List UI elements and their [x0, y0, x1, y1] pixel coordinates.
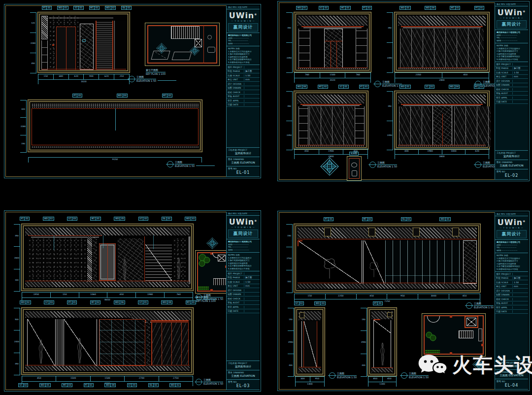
key-plan-label: 索引平面图KEY PLAN 1:100	[196, 296, 216, 302]
elevation-e: PT01MT02GL03WD01	[294, 224, 481, 293]
logo-cn: 赢同设计	[497, 20, 527, 29]
baseline	[25, 365, 190, 365]
dimension-total: 1400	[295, 382, 325, 387]
dimension-segment: 2400	[14, 330, 20, 352]
elevation-e2: WD01WD04MT01PT01 3502450 23504502800	[394, 12, 490, 72]
diamond-marker-icon	[204, 237, 220, 249]
dimension-segment: 450	[22, 376, 56, 381]
dimension-segment: 950	[310, 376, 325, 382]
vertical-dimension: 5002400450	[14, 308, 20, 375]
notes: NOTES 说明:1.本图所注尺寸均以毫米计2.施工前须现场核对尺寸3.材料做法…	[227, 253, 260, 271]
material-tags-row: PT01WD03MT02	[72, 94, 172, 99]
dimension-segment: 1000	[442, 149, 466, 154]
material-tag: ST01	[338, 85, 348, 89]
titleblock-row: 设计 DESIGN	[495, 79, 528, 83]
sheet-number: 图号 NO.EL-04	[495, 379, 528, 390]
elevation-marker: 立面图ELEVATION 1:50	[329, 372, 357, 379]
titleblock-row: 审核 AUDIT	[495, 301, 528, 306]
dimension-segment: 300	[14, 269, 20, 292]
dimension-segment: 760	[345, 72, 371, 78]
material-tag: MT02	[162, 94, 172, 98]
dimension-strip: 8504501300	[368, 376, 397, 387]
material-tag: WD01	[57, 6, 68, 10]
material-tag: WD04	[161, 300, 172, 304]
elevation-marker-icon	[466, 302, 472, 309]
fixture	[351, 163, 357, 167]
material-tag: GL02	[148, 383, 159, 387]
logo-cn: 赢同设计	[228, 230, 258, 238]
door-opening	[373, 320, 391, 368]
dimension-segment: 150	[288, 308, 294, 330]
skirting-band	[298, 145, 365, 147]
material-tag: WD01	[39, 383, 51, 387]
baseline	[299, 367, 321, 367]
stone-strip	[146, 320, 150, 366]
dimension-segment: 2280	[30, 33, 36, 53]
shelf-column	[356, 29, 367, 68]
elevation-marker-icon	[167, 161, 173, 167]
sheet-bottom-left: PT01WD02ST03MT01WD05ST02GL01WD01	[4, 210, 261, 392]
elevation-interior	[24, 227, 191, 288]
glass-partition	[385, 240, 461, 284]
elevation-interior	[397, 94, 487, 147]
dimension-segment: 420	[68, 74, 84, 79]
key-plan-color	[195, 250, 230, 294]
dimension-segment: 760	[164, 292, 193, 297]
material-tags-row: WD04MT02ST01PT01	[296, 85, 369, 90]
dimension-total: 1300	[368, 382, 397, 387]
vertical-dimension: 3502450	[387, 91, 393, 150]
dimension-segment: 850	[368, 376, 382, 382]
elevator-shaft	[195, 39, 202, 47]
dimension-segment: 450	[442, 72, 490, 78]
dimension-segment: 2450	[387, 121, 393, 151]
dimension-segment: 450	[449, 294, 480, 299]
titleblock-row: 审定 APPR.	[495, 305, 528, 310]
elevator-shaft	[466, 318, 476, 326]
titleblock-row: 设计 DESIGN	[227, 288, 260, 293]
material-tag: WD05	[114, 217, 125, 221]
material-tag: ST01	[127, 383, 137, 387]
material-tag: WD03	[117, 94, 128, 98]
dimension-strip: 1506804209006202503020	[38, 74, 130, 84]
stairs	[459, 330, 473, 338]
detail-tag: 大样图	[349, 152, 359, 157]
column	[450, 315, 452, 318]
floor-hatch-band	[25, 366, 190, 371]
titleblock-row: 阶段 PHASE施工图	[227, 69, 260, 74]
stone-door-panel	[80, 24, 94, 70]
material-tag: MT01	[186, 300, 196, 304]
baseline	[41, 69, 126, 69]
dimension-segment: 450	[107, 292, 135, 297]
dimension-segment: 1060	[79, 292, 107, 297]
titleblock-row: 单位 UNITmm	[227, 284, 260, 289]
company-info: 赢同装饰设计工程有限公司ADD·————————TEL·————————WEB·…	[495, 240, 528, 253]
material-tag: PT02	[84, 383, 94, 387]
elevation-marker-icon	[196, 379, 202, 385]
material-tag: ST02	[18, 383, 28, 387]
shelf-column	[299, 106, 308, 146]
ceiling-beam	[324, 228, 331, 236]
titleblock-row: 制图 DRAWN	[227, 293, 260, 297]
dimension-segment: 400	[288, 354, 294, 377]
titleblock-row: 设计 DESIGN	[227, 82, 260, 86]
grey-door	[99, 243, 116, 281]
elevation-marker: 立面图ELEVATION 1:50	[466, 302, 494, 309]
sheet-top-right: WD01ST02MT01PT02 3502450 76015007603020	[277, 1, 530, 181]
watermark: 火车头设计	[418, 354, 532, 376]
project-name: 工程名称 PROJECT室内装饰设计	[227, 361, 260, 370]
vertical-dimension: 3502450	[286, 91, 293, 150]
elevation-interior	[297, 94, 366, 147]
material-tag: MT03	[62, 383, 72, 387]
dimension-segment: 1980	[418, 149, 442, 154]
floor-hatch-band	[371, 368, 393, 372]
stone-door-panel	[324, 29, 343, 69]
material-tag: 大样图	[349, 152, 359, 156]
material-tag: ST02	[138, 217, 148, 221]
titleblock-row: 审定 APPR.	[227, 305, 260, 309]
dimension-segment: 450	[30, 53, 36, 73]
dimension-segment: 2600	[14, 246, 20, 268]
titleblock-row: 项目 PROJECT	[495, 272, 528, 276]
dimension-segment: 150	[38, 74, 53, 79]
dimension-segment: 2450	[387, 42, 393, 73]
stone-panel	[463, 240, 477, 284]
